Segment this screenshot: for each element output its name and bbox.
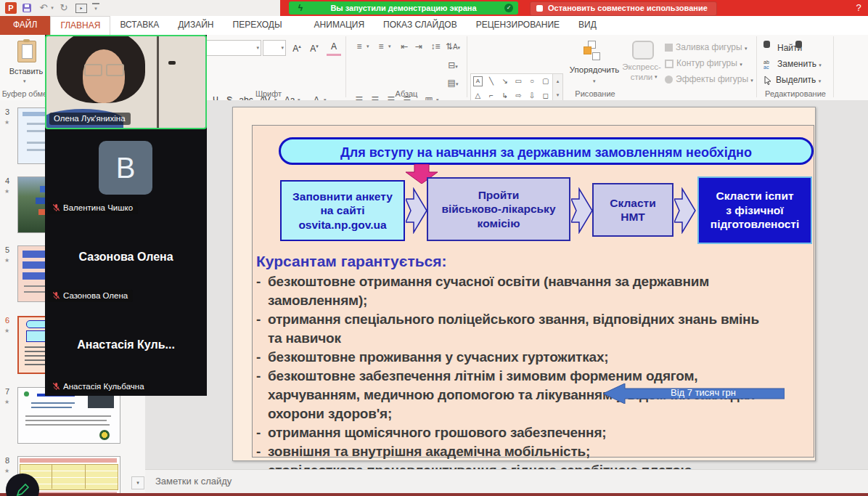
thumbnail-number: 6 (5, 316, 9, 325)
participant-name: Валентина Чишко (63, 203, 133, 212)
tab-insert[interactable]: ВСТАВКА (110, 16, 168, 35)
increase-indent-button[interactable]: ⇥ (412, 39, 425, 54)
security-shield-icon: ✓ (504, 4, 513, 12)
stop-sharing-button[interactable]: Остановить совместное использование (530, 1, 717, 16)
text-direction-icon: ⇅ (446, 41, 453, 52)
arrange-dropdown-icon[interactable]: ▾ (593, 78, 596, 84)
find-button[interactable]: Найти (763, 41, 802, 55)
tab-view[interactable]: ВИД (569, 16, 606, 35)
step-box-nmt[interactable]: Скласти НМТ (592, 183, 673, 237)
help-button[interactable]: ? (852, 1, 865, 15)
font-size-dropdown-icon[interactable]: ▾ (281, 45, 284, 51)
shape-effects-button[interactable]: Эффекты фигуры ▾ (665, 73, 753, 87)
bullets-dropdown-icon[interactable]: ▾ (367, 44, 369, 49)
salary-callout-arrow[interactable]: Від 7 тисяч грн (603, 383, 785, 404)
font-size-select[interactable]: ▾ (263, 40, 286, 56)
shapes-scroll-up-button[interactable]: ▴ (553, 74, 562, 88)
text-direction-dropdown-icon[interactable]: ▾ (458, 45, 461, 50)
numbering-button[interactable]: ≡ (374, 39, 388, 54)
step-box-application[interactable]: Заповнити анкету на сайті osvita.np.gov.… (280, 180, 405, 241)
guarantee-item: -отримання щомісячного грошового забезпе… (256, 423, 764, 442)
step-box-medical-commission[interactable]: Пройти військово-лікарську комісію (427, 177, 570, 241)
thumbnail-number: 4 (5, 176, 9, 185)
shape-outline-button[interactable]: Контур фигуры ▾ (665, 57, 742, 71)
replace-dropdown-icon[interactable]: ▾ (819, 62, 822, 68)
paste-dropdown-icon[interactable]: ▾ (23, 78, 26, 84)
align-text-button[interactable]: ⊟▾ (444, 58, 462, 73)
participant-tile[interactable]: Анастасія Куль... Анастасія Кульбачна (45, 305, 207, 396)
tab-home[interactable]: ГЛАВНАЯ (50, 16, 110, 36)
slide-title-banner[interactable]: Для вступу на навчання за державним замо… (279, 137, 814, 165)
replace-button[interactable]: abacЗаменить ▾ (763, 57, 822, 71)
shape-outline-dropdown-icon[interactable]: ▾ (740, 62, 742, 67)
convert-smartart-button[interactable]: ▤▾ (444, 76, 462, 90)
redo-button[interactable]: ↻ (58, 1, 70, 15)
group-separator (833, 36, 834, 97)
zoom-video-panel: Олена Лук'янихіна B Валентина Чишко Сазо… (45, 35, 207, 396)
select-cursor-icon (763, 76, 772, 85)
shape-rounded-rectangle[interactable]: ▢ (539, 74, 552, 89)
quick-styles-dropdown-icon[interactable]: ▾ (655, 74, 658, 80)
shape-fill-button[interactable]: Заливка фигуры ▾ (665, 41, 748, 55)
align-text-dropdown-icon[interactable]: ▾ (455, 64, 458, 69)
shrink-font-button[interactable]: A▾ (306, 39, 322, 54)
step-box-physical-exam[interactable]: Скласти іспит з фізичної підготовленості (697, 176, 812, 244)
presenter-glasses-left (84, 64, 102, 76)
undo-dropdown-icon[interactable]: ▾ (49, 1, 55, 15)
shape-effects-dropdown-icon[interactable]: ▾ (750, 78, 753, 83)
shape-textbox[interactable]: A (473, 76, 483, 86)
select-button[interactable]: Выделить ▾ (763, 73, 821, 87)
participant-tile[interactable]: Сазонова Олена Сазонова Олена (45, 217, 207, 305)
undo-button[interactable]: ↶ (38, 1, 49, 15)
guarantees-list[interactable]: -безкоштовне отримання сучасної освіти (… (256, 272, 764, 480)
flow-chevron-icon[interactable] (571, 187, 593, 234)
powerpoint-logo-icon[interactable]: P (5, 2, 17, 14)
guarantees-heading[interactable]: Курсантам гарантується: (256, 253, 447, 270)
bullets-button[interactable]: ≡ (353, 39, 366, 54)
tab-file[interactable]: ФАЙЛ (0, 16, 50, 35)
thumb8-gridline (85, 464, 86, 489)
thumbnail-scroll-down-button[interactable]: ▾ (131, 476, 144, 489)
thumb7-badge (99, 430, 110, 440)
slide-canvas[interactable]: Для вступу на навчання за державним замо… (232, 107, 816, 461)
tab-design[interactable]: ДИЗАЙН (168, 16, 223, 35)
start-slideshow-button[interactable]: ▸ (75, 4, 87, 13)
shape-outline-label: Контур фигуры (676, 58, 737, 68)
tab-animations[interactable]: АНИМАЦИЯ (305, 16, 374, 35)
text-direction-button[interactable]: ⇅A▾ (444, 39, 462, 54)
notes-pane[interactable]: Заметки к слайду (145, 469, 868, 494)
shape-arrow[interactable]: ↘ (498, 74, 512, 89)
shape-rectangle[interactable]: ▭ (512, 74, 525, 89)
qat-customize-button[interactable]: ▾ (92, 3, 99, 15)
screen-share-border (0, 493, 868, 496)
decrease-indent-button[interactable]: ⇤ (398, 39, 411, 54)
notes-placeholder[interactable]: Заметки к слайду (155, 476, 232, 487)
participant-name-label: Валентина Чишко (48, 202, 138, 214)
shape-oval[interactable]: ○ (525, 74, 539, 89)
participant-tile[interactable]: B Валентина Чишко (45, 129, 207, 217)
tab-transitions[interactable]: ПЕРЕХОДЫ (224, 16, 292, 35)
bullet-dash: - (256, 442, 268, 461)
flow-chevron-icon[interactable] (674, 187, 696, 234)
presenter-glasses-right (106, 64, 124, 76)
numbering-dropdown-icon[interactable]: ▾ (388, 44, 391, 49)
tab-review[interactable]: РЕЦЕНЗИРОВАНИЕ (467, 16, 569, 35)
drawing-group-label: Рисование (566, 89, 624, 98)
shape-line[interactable]: ╲ (485, 74, 499, 89)
share-status-text: Вы запустили демонстрацию экрана (330, 4, 476, 12)
slide-editing-area[interactable]: Для вступу на навчання за державним замо… (145, 100, 868, 469)
grow-font-button[interactable]: A▴ (289, 39, 305, 54)
presenter-video[interactable]: Олена Лук'янихіна (45, 35, 207, 129)
shape-fill-dropdown-icon[interactable]: ▾ (745, 46, 748, 51)
bullet-dash: - (256, 310, 268, 348)
smartart-dropdown-icon[interactable]: ▾ (456, 81, 459, 86)
align-text-icon: ⊟ (448, 60, 455, 70)
animation-star-icon: ★ (4, 399, 9, 405)
font-name-dropdown-icon[interactable]: ▾ (256, 45, 259, 51)
save-icon[interactable] (22, 4, 31, 12)
line-spacing-button[interactable]: ↕≡ (428, 39, 443, 54)
tab-slideshow[interactable]: ПОКАЗ СЛАЙДОВ (374, 16, 467, 35)
select-dropdown-icon[interactable]: ▾ (819, 78, 822, 84)
clear-formatting-button[interactable]: A (327, 39, 341, 56)
flow-chevron-icon[interactable] (406, 187, 427, 234)
